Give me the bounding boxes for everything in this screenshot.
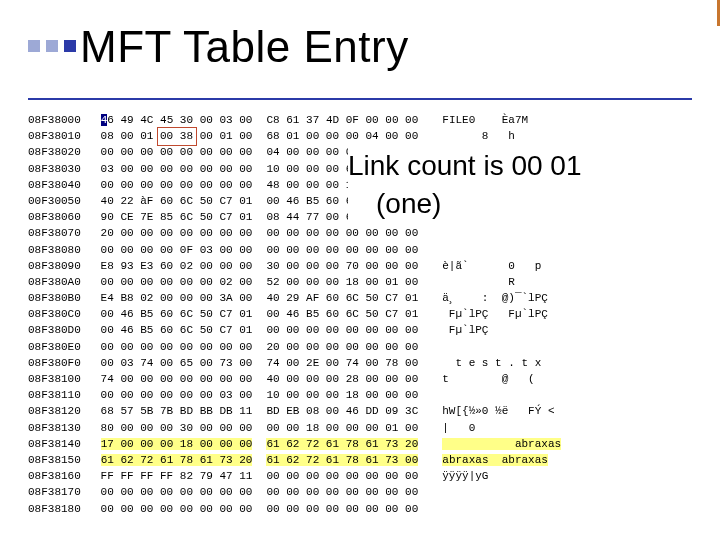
hex-row: 08F38180 00 00 00 00 00 00 00 0000 00 00… bbox=[28, 501, 696, 517]
annotation-line1: Link count is 00 01 bbox=[348, 149, 668, 183]
hex-row: 08F380A0 00 00 00 00 00 00 02 0052 00 00… bbox=[28, 274, 696, 290]
hex-row: 08F380F0 00 03 74 00 65 00 73 0074 00 2E… bbox=[28, 355, 696, 371]
hex-row: 08F38130 80 00 00 00 30 00 00 0000 00 18… bbox=[28, 420, 696, 436]
page-title: MFT Table Entry bbox=[80, 22, 409, 72]
hex-row: 08F38100 74 00 00 00 00 00 00 0040 00 00… bbox=[28, 371, 696, 387]
title-rule bbox=[28, 98, 692, 100]
hex-row: 08F380D0 00 46 B5 60 6C 50 C7 0100 00 00… bbox=[28, 322, 696, 338]
title-bullets bbox=[28, 40, 76, 52]
hex-row: 08F38160 FF FF FF FF 82 79 47 1100 00 00… bbox=[28, 468, 696, 484]
hex-row: 08F38110 00 00 00 00 00 00 03 0010 00 00… bbox=[28, 387, 696, 403]
hex-row: 08F38170 00 00 00 00 00 00 00 0000 00 00… bbox=[28, 484, 696, 500]
hex-row: 08F38090 E8 93 E3 60 02 00 00 0030 00 00… bbox=[28, 258, 696, 274]
hex-row: 08F380B0 E4 B8 02 00 00 00 3A 0040 29 AF… bbox=[28, 290, 696, 306]
hex-row: 08F38010 08 00 01 00 38 00 01 0068 01 00… bbox=[28, 128, 696, 144]
annotation-line2: (one) bbox=[348, 187, 668, 221]
hex-row: 08F38150 61 62 72 61 78 61 73 2061 62 72… bbox=[28, 452, 696, 468]
hex-row: 08F38070 20 00 00 00 00 00 00 0000 00 00… bbox=[28, 225, 696, 241]
hex-row: 08F38120 68 57 5B 7B BD BB DB 11BD EB 08… bbox=[28, 403, 696, 419]
annotation: Link count is 00 01 (one) bbox=[348, 145, 668, 224]
hex-row: 08F38000 46 49 4C 45 30 00 03 00C8 61 37… bbox=[28, 112, 696, 128]
hex-row: 08F38140 17 00 00 00 18 00 00 0061 62 72… bbox=[28, 436, 696, 452]
hex-row: 08F380E0 00 00 00 00 00 00 00 0020 00 00… bbox=[28, 339, 696, 355]
hex-row: 08F38080 00 00 00 00 0F 03 00 0000 00 00… bbox=[28, 242, 696, 258]
hex-row: 08F380C0 00 46 B5 60 6C 50 C7 0100 46 B5… bbox=[28, 306, 696, 322]
